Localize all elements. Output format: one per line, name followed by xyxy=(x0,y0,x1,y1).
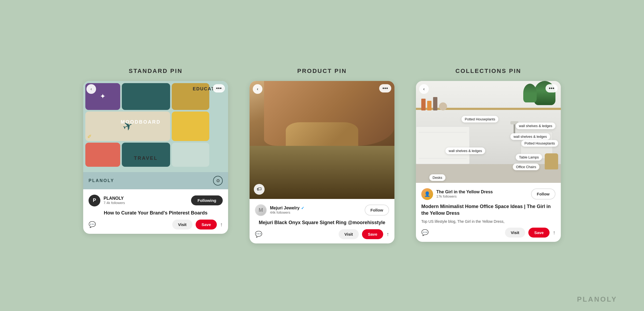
product-nav-left[interactable]: ‹ xyxy=(253,84,262,94)
shirt-area xyxy=(250,146,394,199)
collections-user-followers: 17k followers xyxy=(436,194,493,198)
cabinet-line2 xyxy=(419,158,467,158)
standard-user-avatar: P xyxy=(89,195,100,206)
collections-user-avatar: 👤 xyxy=(421,188,433,200)
page-wrapper: STANDARD PIN ✦ ✈ ✏ xyxy=(0,68,644,243)
collections-share-icon: ↑ xyxy=(553,229,555,235)
tag-icon: 🏷 xyxy=(257,186,262,192)
book-1 xyxy=(421,99,426,110)
collections-comment-btn[interactable]: 💬 xyxy=(421,229,429,236)
cabinet-line xyxy=(419,132,467,132)
standard-user-name: PLANOLY xyxy=(104,196,125,201)
product-share-btn[interactable]: ↑ xyxy=(386,231,389,237)
book-3 xyxy=(433,97,437,110)
basket xyxy=(545,153,558,169)
collections-pin-image: Potted Houseplants wall shelves & ledges… xyxy=(416,81,561,183)
collection-tag-1: Potted Houseplants xyxy=(462,116,498,123)
product-pin-body: M Mejuri Jewelry ✓ 44k followers Follow xyxy=(250,199,394,243)
mb-yellow-cell xyxy=(172,112,209,141)
collection-tag-4: Potted Houseplants xyxy=(521,140,558,147)
camera-icon: ⊙ xyxy=(216,178,220,183)
standard-pin-label: STANDARD PIN xyxy=(129,68,183,75)
planoly-bar-text: PLANOLY xyxy=(89,178,114,183)
standard-pin-nav-left[interactable]: ‹ xyxy=(86,84,96,94)
collections-pin-section: COLLECTIONS PIN xyxy=(416,68,561,242)
collection-tag-6: Table Lamps xyxy=(516,154,542,161)
collections-comment-icon: 💬 xyxy=(421,229,429,236)
mb-teal-cell xyxy=(122,83,170,110)
plant-2 xyxy=(523,84,537,102)
pencil-icon: ✏ xyxy=(86,132,94,140)
avatar-icon: 👤 xyxy=(424,191,430,197)
collections-pin-card: Potted Houseplants wall shelves & ledges… xyxy=(416,81,561,242)
standard-save-btn[interactable]: Save xyxy=(196,220,217,229)
standard-user-details: PLANOLY 7.4k followers xyxy=(104,196,125,205)
mb-light-cell xyxy=(172,143,209,167)
collections-more-btn[interactable]: ••• xyxy=(546,84,558,92)
product-follow-button[interactable]: Follow xyxy=(365,205,389,216)
standard-pin-title: How to Curate Your Brand's Pinterest Boa… xyxy=(89,210,223,216)
collection-tag-3: wall shelves & ledges xyxy=(510,133,550,140)
product-image-bg xyxy=(250,81,394,199)
standard-user-info: P PLANOLY 7.4k followers xyxy=(89,195,125,206)
collections-pin-label: COLLECTIONS PIN xyxy=(455,68,521,75)
standard-user-row: P PLANOLY 7.4k followers Following xyxy=(89,195,223,206)
standard-visit-btn[interactable]: Visit xyxy=(172,220,192,229)
comment-icon: 💬 xyxy=(89,221,96,228)
collection-tag-7: Office Chairs xyxy=(513,164,539,170)
collections-user-details: The Girl in the Yellow Dress 17k followe… xyxy=(436,190,493,198)
mb-salmon-cell xyxy=(85,143,120,167)
mb-green-cell xyxy=(122,143,170,167)
standard-comment-btn[interactable]: 💬 xyxy=(89,221,96,228)
plane-icon: ✈ xyxy=(120,118,135,135)
product-user-name: Mejuri Jewelry ✓ xyxy=(270,206,304,210)
standard-share-btn[interactable]: ↑ xyxy=(220,221,223,228)
mb-plane-cell: ✈ ✏ xyxy=(85,112,170,141)
product-user-row: M Mejuri Jewelry ✓ 44k followers Follow xyxy=(255,204,389,216)
collections-pin-description: Top US lifestyle blog, The Girl in the Y… xyxy=(421,219,555,224)
collections-user-info: 👤 The Girl in the Yellow Dress 17k follo… xyxy=(421,188,493,200)
collection-tag-8: Desks xyxy=(429,174,445,181)
mb-gold-cell xyxy=(172,83,209,110)
product-save-btn[interactable]: Save xyxy=(362,229,383,239)
standard-follow-button[interactable]: Following xyxy=(191,195,223,205)
product-tag-btn[interactable]: 🏷 xyxy=(254,184,265,195)
product-share-icon: ↑ xyxy=(386,231,389,237)
standard-pin-more[interactable]: ••• xyxy=(213,84,225,92)
share-icon: ↑ xyxy=(220,221,223,227)
product-user-followers: 44k followers xyxy=(270,210,304,214)
product-visit-btn[interactable]: Visit xyxy=(339,229,359,239)
collections-pin-body: 👤 The Girl in the Yellow Dress 17k follo… xyxy=(416,183,561,242)
standard-pin-section: STANDARD PIN ✦ ✈ ✏ xyxy=(83,68,228,234)
product-pin-image: ‹ ••• 🏷 xyxy=(250,81,394,199)
collections-follow-button[interactable]: Follow xyxy=(531,188,556,199)
standard-pin-body: P PLANOLY 7.4k followers Following How t… xyxy=(83,189,228,234)
collections-user-name: The Girl in the Yellow Dress xyxy=(436,190,493,194)
collections-pin-title: Modern Minimalist Home Office Space Idea… xyxy=(421,203,555,217)
collections-visit-btn[interactable]: Visit xyxy=(505,228,525,238)
product-pin-section: PRODUCT PIN ‹ ••• 🏷 xyxy=(250,68,394,243)
verified-badge-icon: ✓ xyxy=(301,206,304,210)
pins-container: STANDARD PIN ✦ ✈ ✏ xyxy=(0,68,644,243)
planoly-watermark: PLANOLY xyxy=(577,295,617,303)
product-pin-card: ‹ ••• 🏷 M Mejuri Jewelry xyxy=(250,81,394,243)
collections-user-row: 👤 The Girl in the Yellow Dress 17k follo… xyxy=(421,188,555,200)
product-actions-row: 💬 Visit Save ↑ xyxy=(255,229,389,239)
product-pin-label: PRODUCT PIN xyxy=(297,68,347,75)
product-user-details: Mejuri Jewelry ✓ 44k followers xyxy=(270,206,304,214)
standard-pin-card: ✦ ✈ ✏ xyxy=(83,81,228,234)
vase xyxy=(439,102,447,110)
collections-nav-left[interactable]: ‹ xyxy=(419,84,429,94)
camera-btn[interactable]: ⊙ xyxy=(213,176,223,186)
standard-pin-image: ✦ ✈ ✏ xyxy=(83,81,228,172)
product-comment-icon: 💬 xyxy=(255,231,262,238)
standard-user-followers: 7.4k followers xyxy=(104,201,125,205)
shelf-items xyxy=(421,97,447,110)
product-comment-btn[interactable]: 💬 xyxy=(255,231,262,238)
collections-save-btn[interactable]: Save xyxy=(528,228,550,238)
product-user-avatar: M xyxy=(255,204,267,216)
standard-actions-row: 💬 Visit Save ↑ xyxy=(89,220,223,229)
collections-share-btn[interactable]: ↑ xyxy=(553,229,555,236)
collections-actions-row: 💬 Visit Save ↑ xyxy=(421,228,555,238)
product-more-btn[interactable]: ••• xyxy=(379,84,391,92)
